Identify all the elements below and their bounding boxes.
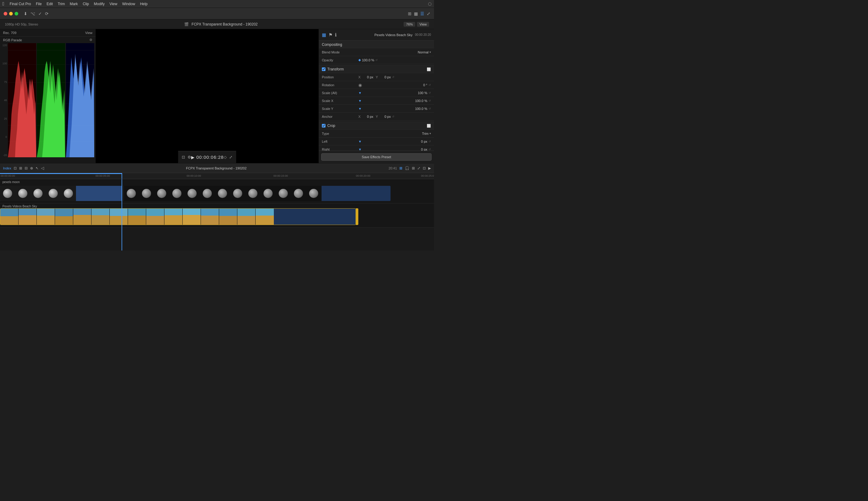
position-x-label: X — [358, 75, 360, 79]
trim-menu-item[interactable]: Trim — [55, 1, 67, 7]
crop-right-row: Right ▼ 0 px ↺ — [319, 146, 434, 151]
anchor-y-value[interactable]: 0 px — [379, 115, 391, 118]
position-x-value[interactable]: 0 px — [361, 75, 373, 79]
crop-left-reset[interactable]: ↺ — [429, 140, 431, 143]
minimize-button[interactable] — [9, 12, 13, 15]
scale-y-reset[interactable]: ↺ — [429, 107, 431, 110]
save-effects-button[interactable]: Save Effects Preset — [321, 153, 431, 161]
timeline-icon-5[interactable]: ⊠ — [399, 166, 402, 170]
transform-section-divider: Transform ⬜ — [319, 65, 434, 73]
edit-menu-item[interactable]: Edit — [44, 1, 55, 7]
blend-mode-value[interactable]: Normal — [418, 50, 429, 54]
timeline-icon-9[interactable]: ⊡ — [423, 166, 426, 170]
scale-x-diamond[interactable]: ▼ — [358, 99, 362, 103]
layout-toggle-icon[interactable]: ⊡ — [182, 155, 185, 159]
anchor-row: Anchor X 0 px Y 0 px ↺ — [319, 113, 434, 120]
crop-left-row: Left ▼ 0 px ↺ — [319, 138, 434, 146]
index-button[interactable]: Index — [3, 167, 11, 170]
fullscreen-button[interactable] — [14, 12, 18, 15]
waveform-settings-icon[interactable]: ⚙ — [90, 38, 92, 42]
save-effects-bar: Save Effects Preset — [319, 151, 434, 163]
scale-y-value[interactable]: 100.0 % — [415, 107, 427, 110]
scale-x-value[interactable]: 100.0 % — [415, 99, 427, 103]
crop-right-value[interactable]: 0 px — [421, 148, 427, 151]
timeline-icon-3[interactable]: ⊟ — [24, 166, 28, 170]
check-icon[interactable]: ✓ — [38, 11, 42, 16]
zoom-level[interactable]: 76% — [404, 22, 415, 27]
sync-icon[interactable]: ⟳ — [45, 11, 49, 16]
scale-all-diamond[interactable]: ▼ — [358, 91, 362, 95]
modify-menu-item[interactable]: Modify — [92, 1, 107, 7]
moon-clip-1[interactable] — [0, 186, 122, 201]
timeline-icon-4[interactable]: ⊕ — [30, 166, 33, 170]
view-menu-item[interactable]: View — [107, 1, 120, 7]
filmstrip-icon[interactable]: ▦ — [414, 11, 418, 16]
beach-clip[interactable] — [0, 208, 356, 225]
crop-left-diamond[interactable]: ▼ — [358, 140, 362, 143]
help-menu-item[interactable]: Help — [138, 1, 150, 7]
top-info-bar: 1080p HD 50p, Stereo 🎬 FCPX Transparent … — [0, 19, 434, 29]
ruler-tick-20: 00:00:20:00 — [356, 174, 370, 177]
crop-checkbox[interactable] — [322, 124, 325, 128]
anchor-x-value[interactable]: 0 px — [361, 115, 373, 118]
inspector-clip-title: Pexels Videos Beach Sky — [374, 33, 412, 37]
grid-view-icon[interactable]: ⊞ — [408, 11, 411, 16]
waveform-view-button[interactable]: View — [85, 31, 92, 35]
traffic-lights — [4, 12, 18, 15]
timeline-nav-prev[interactable]: ◁ — [41, 166, 44, 170]
app-menu-item[interactable]: Final Cut Pro — [7, 1, 33, 7]
crop-right-reset[interactable]: ↺ — [429, 148, 431, 151]
clip-menu-item[interactable]: Clip — [80, 1, 92, 7]
mark-menu-item[interactable]: Mark — [67, 1, 80, 7]
compositing-label: Compositing — [322, 43, 342, 47]
rotation-value[interactable]: 0 ° — [423, 83, 427, 87]
transform-checkbox[interactable] — [322, 67, 325, 71]
scale-all-reset[interactable]: ↺ — [429, 92, 431, 94]
filter-icon[interactable]: ⚑ — [328, 32, 333, 38]
crop-type-value[interactable]: Trim — [422, 132, 429, 136]
file-menu-item[interactable]: File — [33, 1, 44, 7]
view-dropdown[interactable]: View — [417, 22, 429, 27]
anchor-reset[interactable]: ↺ — [392, 115, 395, 118]
window-menu-item[interactable]: Window — [120, 1, 138, 7]
opacity-reset[interactable]: ↺ — [375, 58, 378, 62]
waveform-panel: Rec. 709 View RGB Parade ⚙ 120 100 75 46… — [0, 29, 96, 163]
compositing-section-header: Compositing — [319, 41, 434, 48]
key-icon[interactable]: ⌥ — [30, 11, 35, 16]
play-button[interactable]: ▶ — [191, 155, 195, 160]
scale-x-reset[interactable]: ↺ — [429, 99, 431, 102]
moon-clip-2[interactable] — [124, 186, 390, 201]
scale-y-diamond[interactable]: ▼ — [358, 107, 362, 110]
opacity-diamond[interactable]: ◆ — [358, 58, 361, 62]
moon-track: pexels moon — [0, 179, 434, 203]
filmstrip-view-icon[interactable]: ▦ — [322, 32, 326, 38]
rotation-dial[interactable]: ◉ — [358, 83, 362, 87]
inspector-toggle-icon[interactable]: ☰ — [420, 11, 424, 16]
timeline-icon-6[interactable]: 🎧 — [405, 166, 409, 170]
timeline-icon-10[interactable]: ▶ — [428, 166, 431, 170]
marker-icon[interactable]: ◇ — [224, 155, 227, 159]
film-icon: 🎬 — [184, 22, 189, 26]
scale-all-value[interactable]: 100 % — [418, 91, 427, 95]
apple-menu[interactable]:  — [2, 1, 4, 7]
rotation-reset[interactable]: ↺ — [429, 84, 431, 86]
crop-right-diamond[interactable]: ▼ — [358, 148, 362, 151]
playback-settings-icon[interactable]: ⚙ — [188, 155, 191, 159]
close-button[interactable] — [4, 12, 7, 15]
timeline-icon-1[interactable]: ⊡ — [14, 166, 17, 170]
preview-panel: ⊡ ⚙ ▶ 00:00:06:28 ◇ ⤢ — [96, 29, 318, 163]
position-y-value[interactable]: 0 px — [379, 75, 391, 79]
crop-left-value[interactable]: 0 px — [421, 140, 427, 143]
rotation-label: Rotation — [322, 83, 358, 87]
timeline-icon-7[interactable]: ⊞ — [412, 166, 415, 170]
timeline-icon-8[interactable]: ⤢ — [417, 166, 420, 170]
select-tool[interactable]: ↖ — [35, 166, 39, 170]
download-icon[interactable]: ⬇ — [24, 11, 27, 16]
position-reset[interactable]: ↺ — [392, 76, 395, 79]
fullscreen-preview-icon[interactable]: ⤢ — [229, 155, 232, 159]
info-icon[interactable]: ℹ — [335, 32, 337, 38]
timeline-icon-2[interactable]: ⊞ — [19, 166, 22, 170]
expand-icon[interactable]: ⤢ — [427, 11, 430, 16]
position-row: Position X 0 px Y 0 px ↺ — [319, 73, 434, 81]
ruler-tick-10: 00:00:10:00 — [187, 174, 201, 177]
